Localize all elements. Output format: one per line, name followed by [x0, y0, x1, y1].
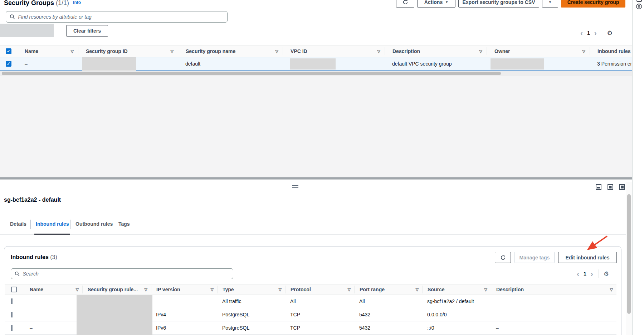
filter-funnel-icon[interactable]: ▽: [76, 287, 79, 292]
filter-funnel-icon[interactable]: ▽: [610, 287, 613, 292]
tab-inbound-rules[interactable]: Inbound rules: [36, 221, 69, 227]
select-all-checkbox[interactable]: ✓: [6, 48, 11, 54]
panel-position-bottom-icon[interactable]: [596, 184, 601, 190]
cell-description: –: [491, 298, 616, 304]
refresh-button[interactable]: [495, 252, 511, 263]
security-groups-list-section: Security Groups (1/1) Info Actions ▼ Exp…: [0, 0, 632, 76]
vertical-scrollbar-thumb[interactable]: [627, 194, 631, 314]
rules-search-box: [11, 268, 233, 279]
tab-details[interactable]: Details: [10, 221, 26, 227]
filter-funnel-icon[interactable]: ▽: [71, 49, 74, 54]
tools-panel-icon[interactable]: [636, 0, 642, 2]
cell-type: All traffic: [217, 298, 285, 304]
inbound-rules-card: Inbound rules (3) Manage tags Edit inbou…: [4, 246, 621, 335]
export-csv-button[interactable]: Export security groups to CSV: [458, 0, 539, 8]
filter-funnel-icon[interactable]: ▽: [275, 49, 278, 54]
cell-protocol: TCP: [285, 312, 354, 317]
select-all-cell: [5, 286, 25, 293]
row-checkbox[interactable]: ✓: [6, 61, 11, 67]
page-title: Security Groups (1/1) Info: [4, 0, 81, 7]
filter-funnel-icon[interactable]: ▽: [211, 287, 214, 292]
filter-funnel-icon[interactable]: ▽: [145, 287, 147, 292]
column-header-vpc-id: VPC ID▽: [283, 47, 385, 55]
filter-funnel-icon[interactable]: ▽: [279, 287, 282, 292]
page-number[interactable]: 1: [584, 271, 586, 277]
row-checkbox[interactable]: [11, 325, 13, 331]
filter-funnel-icon[interactable]: ▽: [171, 49, 174, 54]
pagination-top: ‹ 1 › ⚙: [580, 29, 613, 37]
cell-type: PostgreSQL: [217, 312, 285, 317]
tab-outbound-rules[interactable]: Outbound rules: [75, 221, 113, 227]
split-panel-title: sg-bcf1a2a2 - default: [4, 197, 61, 203]
page-number[interactable]: 1: [587, 30, 590, 36]
previous-page-icon[interactable]: ‹: [577, 270, 579, 277]
cell-name: –: [25, 325, 82, 331]
caret-down-icon: ▼: [548, 0, 552, 4]
filter-chip-redacted: [0, 24, 54, 37]
gear-icon[interactable]: ⚙: [607, 29, 613, 37]
horizontal-scrollbar-thumb[interactable]: [2, 72, 501, 75]
redacted-vpc-id: [290, 58, 336, 70]
groups-table-header: ✓ Name▽ Security group ID▽ Security grou…: [0, 45, 644, 57]
actions-button[interactable]: Actions ▼: [417, 0, 455, 8]
filter-funnel-icon[interactable]: ▽: [416, 287, 419, 292]
previous-page-icon[interactable]: ‹: [580, 29, 583, 37]
detail-tabs: Details Inbound rules Outbound rules Tag…: [0, 217, 632, 235]
refresh-button[interactable]: [396, 0, 414, 8]
pagination-divider: [602, 29, 602, 37]
next-page-icon[interactable]: ›: [594, 29, 597, 37]
info-link[interactable]: Info: [73, 0, 81, 5]
filter-funnel-icon[interactable]: ▽: [348, 287, 351, 292]
export-csv-caret-button[interactable]: ▼: [542, 0, 558, 8]
column-header-type: Type▽: [217, 286, 285, 293]
redacted-owner: [491, 58, 544, 70]
cell-name: –: [25, 298, 82, 304]
filter-funnel-icon[interactable]: ▽: [582, 49, 585, 54]
clear-filters-button[interactable]: Clear filters: [66, 25, 108, 37]
filter-funnel-icon[interactable]: ▽: [377, 49, 380, 54]
cell-source: ::/0: [422, 325, 491, 331]
pagination-divider: [598, 269, 599, 278]
security-groups-console: Security Groups (1/1) Info Actions ▼ Exp…: [0, 0, 644, 335]
cell-sg-name: default: [178, 61, 283, 67]
filter-funnel-icon[interactable]: ▽: [479, 49, 482, 54]
cell-port-range: 5432: [354, 312, 422, 317]
cell-port-range: 5432: [354, 325, 422, 331]
tab-tags[interactable]: Tags: [118, 221, 130, 227]
select-all-checkbox[interactable]: [11, 287, 17, 292]
column-header-sg-id: Security group ID▽: [78, 47, 178, 55]
refresh-icon: [402, 0, 408, 5]
caret-down-icon: ▼: [445, 0, 448, 4]
hexagon-tool-icon[interactable]: [636, 3, 642, 10]
next-page-icon[interactable]: ›: [591, 270, 593, 277]
manage-tags-button[interactable]: Manage tags: [514, 252, 555, 263]
edit-inbound-rules-button[interactable]: Edit inbound rules: [558, 252, 617, 263]
cell-ip-version: IPv6: [151, 325, 217, 331]
resource-search-input[interactable]: [18, 14, 224, 20]
split-panel-drag-handle-icon[interactable]: [292, 185, 298, 188]
column-header-description: Description▽: [385, 47, 487, 55]
panel-position-full-icon[interactable]: [619, 184, 625, 190]
row-checkbox[interactable]: [11, 312, 13, 317]
cell-description: default VPC security group: [385, 61, 487, 67]
rules-search-input[interactable]: [23, 271, 229, 277]
panel-position-side-icon[interactable]: [608, 184, 613, 190]
column-header-source: Source▽: [422, 286, 491, 293]
gear-icon[interactable]: ⚙: [604, 270, 609, 278]
cell-protocol: All: [285, 298, 354, 304]
column-header-description: Description▽: [491, 286, 616, 293]
cell-source: 0.0.0.0/0: [422, 312, 491, 317]
cell-ip-version: –: [151, 298, 217, 304]
cell-type: PostgreSQL: [217, 325, 285, 331]
page-title-text: Security Groups: [4, 0, 54, 6]
cell-description: –: [491, 312, 616, 317]
create-security-group-button[interactable]: Create security group: [561, 0, 625, 8]
row-checkbox[interactable]: [11, 298, 13, 304]
column-header-name: Name▽: [17, 47, 78, 55]
redacted-rule-ids: [77, 295, 152, 335]
search-icon: [15, 271, 20, 277]
filter-funnel-icon[interactable]: ▽: [484, 287, 487, 292]
rules-table-header: Name▽ Security group rule...▽ IP version…: [5, 284, 616, 295]
column-header-protocol: Protocol▽: [285, 286, 354, 293]
cell-protocol: TCP: [285, 325, 354, 331]
